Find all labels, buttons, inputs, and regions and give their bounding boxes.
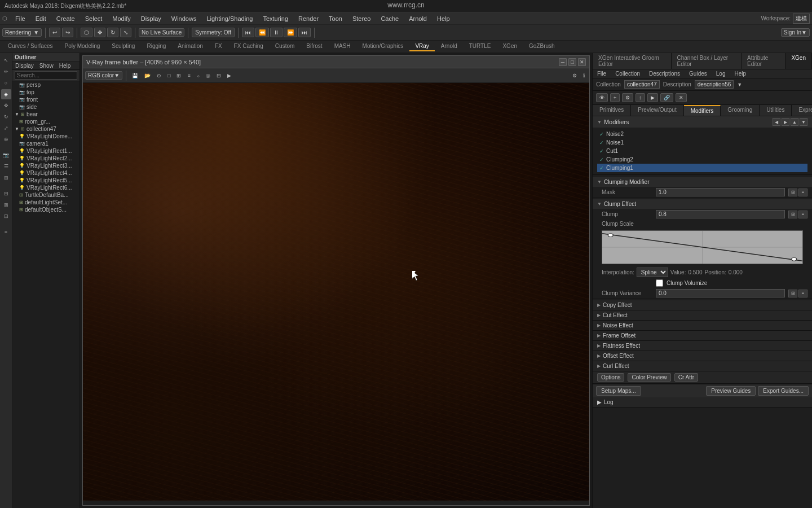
rendering-mode-dropdown[interactable]: Rendering ▼ (2, 28, 42, 37)
grid-icon[interactable]: ⊟ (1, 189, 11, 199)
snap-icon[interactable]: ⊠ (1, 200, 11, 210)
clump-variance-input[interactable] (656, 289, 785, 297)
undo-btn[interactable]: ↩ (49, 28, 60, 37)
menu-display[interactable]: Display (136, 14, 166, 23)
xgen-render-btn[interactable]: ▶ (647, 93, 658, 102)
tab-custom[interactable]: Custom (270, 42, 300, 51)
menu-windows[interactable]: Windows (167, 14, 201, 23)
tab-arnold[interactable]: Arnold (435, 42, 463, 51)
workspace-value[interactable]: 建模 (793, 14, 810, 24)
vray-compare-btn[interactable]: ⊟ (214, 72, 223, 79)
tab-rigging[interactable]: Rigging (141, 42, 171, 51)
interpolation-select[interactable]: Spline Linear (637, 268, 668, 277)
paint-tool-icon[interactable]: ✏ (1, 67, 11, 77)
xgen-tab-primitives[interactable]: Primitives (593, 105, 631, 116)
menu-lighting-shading[interactable]: Lighting/Shading (202, 14, 257, 23)
variance-expr-btn[interactable]: ≡ (798, 290, 807, 297)
mod-nav-up-btn[interactable]: ▲ (791, 118, 798, 126)
select-btn[interactable]: ⬡ (81, 28, 92, 37)
no-live-surface-dropdown[interactable]: No Live Surface (139, 28, 184, 37)
modifier-noise2[interactable]: ✓ Noise2 (597, 130, 807, 138)
attr-editor-icon[interactable]: ⊞ (1, 173, 11, 183)
menu-file[interactable]: File (11, 14, 30, 23)
tab-sculpting[interactable]: Sculpting (106, 42, 140, 51)
tab-poly-modeling[interactable]: Poly Modeling (59, 42, 105, 51)
menu-arnold[interactable]: Arnold (404, 14, 431, 23)
redo-btn[interactable]: ↪ (62, 28, 73, 37)
clump-volumize-checkbox[interactable] (656, 279, 663, 287)
tab-vray[interactable]: VRay (409, 42, 434, 51)
stop-btn[interactable]: ⏸ (270, 28, 283, 37)
vray-color-correct-btn[interactable]: ⬦ (195, 72, 202, 79)
play-backward-btn[interactable]: ⏮ (242, 28, 254, 37)
vray-layers-btn[interactable]: ⊞ (174, 72, 183, 79)
variance-map-btn[interactable]: ⊞ (788, 290, 797, 297)
vray-canvas[interactable] (83, 83, 589, 501)
options-btn[interactable]: Options (597, 373, 624, 382)
collection-value[interactable]: collection47 (624, 80, 660, 89)
move-btn[interactable]: ✥ (94, 28, 105, 37)
outliner-item-front[interactable]: 📷 front (12, 96, 80, 103)
menu-cache[interactable]: Cache (376, 14, 403, 23)
symmetry-btn[interactable]: Symmetry: Off (192, 28, 235, 37)
outliner-item-vraylight2[interactable]: 💡 VRayLightRect2... (12, 155, 80, 162)
outliner-item-vraydome[interactable]: 💡 VRayLightDome... (12, 133, 80, 140)
outliner-item-top[interactable]: 📷 top (12, 89, 80, 96)
tab-turtle[interactable]: TURTLE (464, 42, 497, 51)
vray-save-btn[interactable]: 💾 (130, 72, 140, 79)
flatness-effect-section[interactable]: ▶ Flatness Effect (593, 341, 812, 351)
noise-effect-section[interactable]: ▶ Noise Effect (593, 321, 812, 331)
preview-guides-btn[interactable]: Preview Guides (706, 386, 756, 396)
modifier-noise1[interactable]: ✓ Noise1 (597, 138, 807, 147)
modifier-clumping1[interactable]: ✓ Clumping1 (597, 164, 807, 172)
scale-btn[interactable]: ⤡ (120, 28, 131, 37)
xgen-tab-preview[interactable]: Preview/Output (631, 105, 683, 116)
play-forward-btn[interactable]: ⏭ (298, 28, 311, 37)
clump-map-btn[interactable]: ⊞ (788, 211, 797, 218)
xgen-menu-help[interactable]: Help (730, 69, 751, 78)
mask-map-btn[interactable]: ⊞ (788, 189, 797, 196)
export-guides-btn[interactable]: Export Guides... (758, 386, 809, 396)
xgen-menu-log[interactable]: Log (712, 69, 730, 78)
vray-settings-icon[interactable]: ⚙ (570, 72, 579, 79)
outliner-item-vraylight3[interactable]: 💡 VRayLightRect3... (12, 162, 80, 169)
script-icon[interactable]: ≡ (1, 227, 11, 237)
tab-fx-caching[interactable]: FX Caching (228, 42, 269, 51)
mod-nav-prev-btn[interactable]: ◀ (773, 118, 780, 126)
cr-attr-btn[interactable]: Cr Attr (674, 373, 698, 382)
move-tool-icon[interactable]: ✥ (1, 100, 11, 111)
tab-curves-surfaces[interactable]: Curves / Surfaces (2, 42, 58, 51)
next-frame-btn[interactable]: ⏩ (284, 28, 297, 37)
outliner-menu-display[interactable]: Display (12, 62, 37, 69)
menu-texturing[interactable]: Texturing (258, 14, 293, 23)
xgen-delete-btn[interactable]: ✕ (676, 93, 687, 102)
lasso-tool-icon[interactable]: ○ (1, 78, 11, 88)
outliner-item-side[interactable]: 📷 side (12, 103, 80, 111)
clump-expr-btn[interactable]: ≡ (798, 211, 807, 218)
sign-in-btn[interactable]: Sign In ▼ (781, 28, 810, 37)
vray-info-icon[interactable]: ℹ (581, 72, 587, 79)
mask-expr-btn[interactable]: ≡ (798, 189, 807, 196)
modifiers-header[interactable]: ▼ Modifiers ◀ ▶ ▲ ▼ (593, 116, 812, 128)
outliner-menu-help[interactable]: Help (56, 62, 74, 69)
tab-animation[interactable]: Animation (172, 42, 208, 51)
vray-eye-btn[interactable]: ◎ (204, 72, 213, 79)
menu-edit[interactable]: Edit (31, 14, 51, 23)
outliner-item-vraylight4[interactable]: 💡 VRayLightRect4... (12, 169, 80, 177)
outliner-item-bear[interactable]: ▼ ⊞ bear (12, 111, 80, 118)
mod-nav-down-btn[interactable]: ▼ (800, 118, 807, 126)
outliner-item-turtle[interactable]: ⊞ TurtleDefaultBa... (12, 191, 80, 199)
rotate-tool-icon[interactable]: ↻ (1, 112, 11, 122)
select-tool-icon[interactable]: ↖ (1, 55, 11, 65)
tab-gozbrush[interactable]: GoZBrush (523, 42, 561, 51)
setup-maps-btn[interactable]: Setup Maps... (596, 386, 641, 396)
tab-motion-graphics[interactable]: Motion/Graphics (357, 42, 409, 51)
menu-help[interactable]: Help (433, 14, 454, 23)
xgen-tab-grooming[interactable]: Grooming (721, 105, 760, 116)
outliner-icon[interactable]: ☰ (1, 161, 11, 172)
vray-circle-btn[interactable]: ⊙ (155, 72, 164, 79)
active-tool-icon[interactable]: ◈ (1, 89, 11, 99)
cut-effect-section[interactable]: ▶ Cut Effect (593, 310, 812, 321)
xgen-add-btn[interactable]: + (610, 93, 620, 102)
tab-xgen[interactable]: XGen (497, 42, 523, 51)
